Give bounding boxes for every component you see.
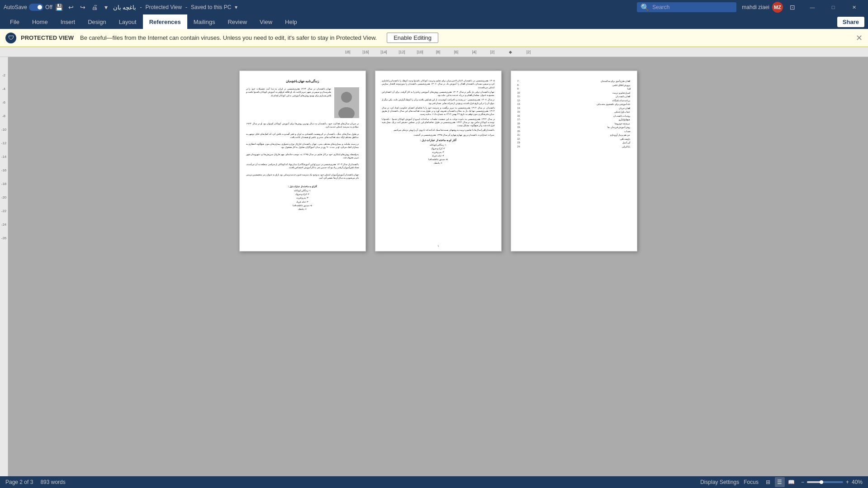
- list-item: عقاب اول ابتدایی-15: [517, 110, 631, 114]
- list-item: تله آموزشی برای دانشجوی مقدماتی-13: [517, 102, 631, 106]
- autosave-toggle[interactable]: [29, 4, 43, 11]
- list-item: پرورش اخلاق علمی-8: [517, 83, 631, 87]
- minimize-button[interactable]: —: [802, 0, 823, 14]
- autosave-state: Off: [45, 4, 52, 10]
- list-item-text: هیچ‌انواع آرزو: [526, 118, 631, 122]
- list-item-num: -12: [517, 99, 526, 103]
- v-ruler-mark: -16: [1, 167, 7, 181]
- focus-mode[interactable]: Focus: [744, 479, 759, 485]
- list-item: بابا ایرانی-24: [517, 145, 631, 149]
- list-item-text: افنا: [526, 87, 631, 91]
- v-ruler-mark: -22: [1, 208, 7, 222]
- shield-icon: 🛡: [5, 33, 16, 43]
- save-dropdown-icon[interactable]: ▾: [235, 4, 237, 10]
- tab-file[interactable]: File: [4, 14, 26, 29]
- share-button[interactable]: Share: [837, 17, 864, 27]
- v-ruler-mark: -4: [2, 86, 5, 99]
- list-item: برنامه شاه باشگاه-12: [517, 99, 631, 103]
- page1-para2: در جریان سال‌های فعالیت خود، باغچه‌بان ب…: [246, 122, 359, 129]
- v-ruler-mark: -8: [2, 113, 5, 127]
- list-item-num: -20: [517, 129, 526, 133]
- save-icon[interactable]: 💾: [55, 3, 63, 11]
- tab-design[interactable]: Design: [81, 14, 112, 29]
- page-3: افغان طرح آموز برای سالمندان-7پرورش اخلا…: [511, 71, 637, 251]
- author-photo: [334, 87, 359, 118]
- separator2: -: [185, 4, 187, 10]
- list-item-text: روش آموزش فرزندان ها: [526, 125, 631, 129]
- search-input[interactable]: [652, 4, 733, 10]
- close-button[interactable]: ✕: [844, 0, 864, 14]
- v-ruler-mark: -12: [1, 140, 7, 154]
- zoom-out-button[interactable]: −: [801, 479, 804, 485]
- ruler-mark: |12|: [393, 50, 411, 54]
- page1-para3: در طول سال‌های جنگ، باغچه‌بان در اثر وضع…: [246, 133, 359, 139]
- list-item-text: افغان طرح آموز برای سالمندان: [526, 79, 631, 83]
- page2-para7: میراث: عمارکرده باغچه‌بان در روز چهارم چ…: [382, 133, 495, 137]
- user-avatar[interactable]: MZ: [772, 2, 783, 13]
- tab-review[interactable]: Review: [221, 14, 253, 29]
- tab-layout[interactable]: Layout: [113, 14, 143, 29]
- read-mode-icon[interactable]: 📖: [787, 477, 797, 487]
- svg-point-1: [341, 92, 352, 103]
- user-name: mahdi ziaei: [742, 4, 769, 10]
- undo-icon[interactable]: ↩: [67, 3, 75, 11]
- page2-list-6: ۶- یادشک: [382, 161, 495, 165]
- vertical-ruler: -2 -4 -6 -8 -10 -12 -14 -16 -18 -20 -22 …: [0, 57, 8, 476]
- tab-insert[interactable]: Insert: [54, 14, 82, 29]
- zoom-in-button[interactable]: +: [846, 479, 849, 485]
- save-status: Saved to this PC: [191, 4, 231, 10]
- list-item: روش آموزش فرزندان ها-19: [517, 125, 631, 129]
- page2-list-title: آثار او به ماخذه از عبارات ذیل :: [382, 139, 495, 142]
- main-area: -2 -4 -6 -8 -10 -12 -14 -16 -18 -20 -22 …: [0, 57, 868, 476]
- list-item-text: حساب: [526, 129, 631, 133]
- search-box[interactable]: 🔍: [637, 2, 736, 12]
- protected-badge: PROTECTED VIEW: [21, 34, 74, 41]
- list-item-text: عقاب اول ابتدایی: [526, 110, 631, 114]
- tab-view[interactable]: View: [253, 14, 279, 29]
- search-icon: 🔍: [640, 3, 650, 12]
- maximize-button[interactable]: □: [823, 0, 844, 14]
- status-bar: Page 2 of 3 893 words Display Settings F…: [0, 476, 868, 488]
- list-item-text: آبی آمیل: [526, 141, 631, 145]
- page-info: Page 2 of 3: [5, 479, 33, 485]
- tab-references[interactable]: References: [143, 14, 187, 29]
- web-layout-icon[interactable]: ☰: [775, 477, 785, 487]
- redo-icon[interactable]: ↪: [79, 3, 87, 11]
- print-layout-icon[interactable]: ⊞: [763, 477, 773, 487]
- protected-message: Be careful—files from the Internet can c…: [80, 34, 377, 41]
- list-item-text: پرورش اخلاق علمی: [526, 83, 631, 87]
- page2-para4: باغچه‌بان در سال ۱۳۱۲ هجری‌شمسی به تبریز…: [382, 106, 495, 116]
- page1-heading: زندگی‌نامه جهان باغچه‌بان: [246, 79, 359, 83]
- display-settings[interactable]: Display Settings: [700, 479, 739, 485]
- list-item-text: بابا ایرانی: [526, 145, 631, 149]
- list-item-text: برنامه شاه باشگاه: [526, 99, 631, 103]
- tab-home[interactable]: Home: [26, 14, 54, 29]
- page1-work-5: ۵- دستور عاطفه افنا: [246, 204, 359, 208]
- doc-title: باغچه بان: [113, 4, 137, 11]
- enable-editing-button[interactable]: Enable Editing: [387, 33, 438, 43]
- autosave-label: AutoSave: [4, 4, 27, 10]
- tab-mailings[interactable]: Mailings: [187, 14, 222, 29]
- page2-list-1: ۱- زندگانی کودکانه: [382, 143, 495, 147]
- list-item-num: -17: [517, 118, 526, 122]
- tab-help[interactable]: Help: [279, 14, 304, 29]
- customize-icon[interactable]: ▾: [102, 3, 110, 11]
- list-item-text: اسرار تعلیم و تربیت: [526, 91, 631, 95]
- ruler-marks: 18| |16| |14| |12| |10| |8| |6| |4| |2| …: [339, 50, 538, 54]
- page2-para6: باغچه‌بان [قی] سال‌ها با تعلیم و تربیت ب…: [382, 128, 495, 132]
- zoom-slider[interactable]: [807, 481, 843, 483]
- print-icon[interactable]: 🖨: [90, 3, 99, 11]
- page1-work-3: ۳- پدر و فرزند: [246, 196, 359, 200]
- ruler-mark: |14|: [375, 50, 393, 54]
- banner-close-icon[interactable]: ✕: [856, 33, 863, 43]
- ribbon-display-icon[interactable]: ⊡: [788, 3, 797, 11]
- zoom-level: 40%: [852, 479, 863, 485]
- list-item-num: -11: [517, 95, 526, 99]
- list-item: افنا-9: [517, 87, 631, 91]
- view-mode: Protected View: [145, 4, 182, 10]
- ruler-mark: |16|: [357, 50, 375, 54]
- page2-list-3: ۳- پدر و فرزند: [382, 150, 495, 154]
- list-item-num: -14: [517, 106, 526, 110]
- list-item-text: بازیچه باقی: [526, 137, 631, 141]
- list-item-num: -7: [517, 79, 526, 83]
